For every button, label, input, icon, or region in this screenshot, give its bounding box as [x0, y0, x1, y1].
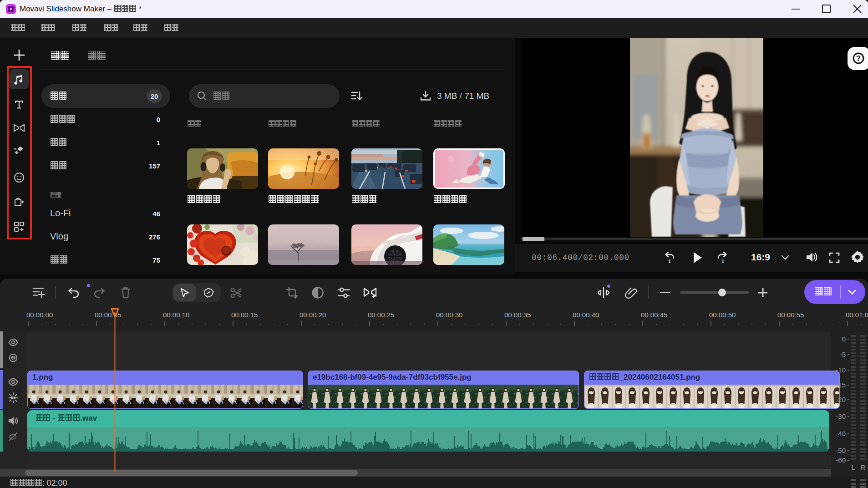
svg-text:?: ? [856, 55, 861, 62]
svg-text:1: 1 [668, 259, 671, 264]
svg-text:1: 1 [721, 259, 724, 264]
